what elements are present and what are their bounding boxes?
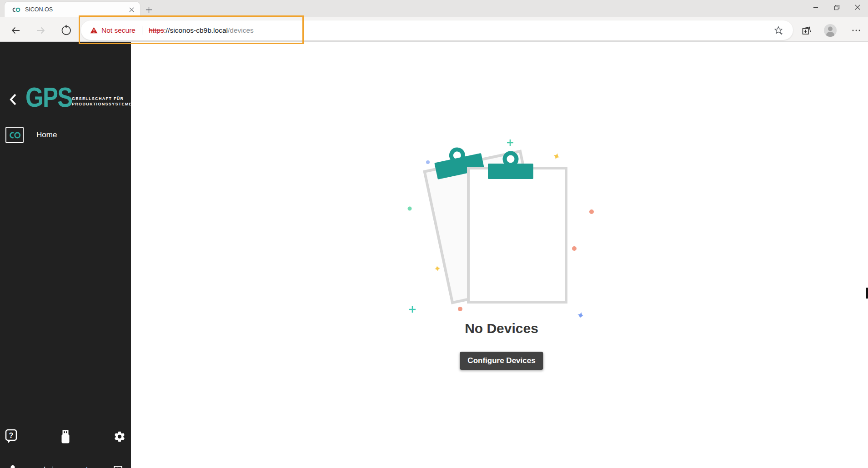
restore-button[interactable] <box>826 0 847 15</box>
sidebar-collapse-chevron-icon[interactable] <box>8 93 20 106</box>
favorites-star-icon[interactable] <box>772 24 785 37</box>
browser-tab[interactable]: SICON.OS <box>5 2 140 17</box>
tab-title: SICON.OS <box>25 6 53 13</box>
mouse-cursor <box>866 288 868 299</box>
url-host: ://siconos-cb9b.local <box>164 26 228 34</box>
chip-divider <box>142 26 142 35</box>
sidebar: GPS GESELLSCHAFT FÜR PRODUKTIONSSYSTEME … <box>0 42 131 468</box>
close-window-button[interactable] <box>847 0 868 15</box>
gps-logo: GPS <box>25 84 72 111</box>
usb-device-icon[interactable] <box>61 430 70 445</box>
confetti-plus <box>507 139 513 146</box>
logout-icon[interactable] <box>112 464 124 468</box>
new-tab-button[interactable] <box>143 4 155 15</box>
collections-icon[interactable] <box>799 24 813 37</box>
empty-clipboards-illustration <box>394 134 609 330</box>
warning-triangle-icon <box>90 27 98 34</box>
sidebar-user-row[interactable]: admin_support <box>0 460 131 468</box>
profile-avatar[interactable] <box>823 24 837 37</box>
url-scheme: https <box>149 26 164 34</box>
back-icon[interactable] <box>9 24 22 37</box>
minimize-button[interactable] <box>805 0 826 15</box>
browser-menu-icon[interactable] <box>849 24 863 37</box>
username-label: admin_support <box>37 465 88 468</box>
url-path: /devices <box>228 26 254 34</box>
browser-tab-strip: SICON.OS <box>0 0 868 17</box>
svg-text:?: ? <box>9 432 14 439</box>
help-icon[interactable]: ? <box>5 428 17 447</box>
sicon-favicon-icon <box>12 7 20 13</box>
tab-close-icon[interactable] <box>127 5 135 14</box>
configure-devices-button[interactable]: Configure Devices <box>460 352 543 370</box>
address-bar[interactable]: Not secure https://siconos-cb9b.local/de… <box>81 20 793 40</box>
sicon-co-icon <box>5 127 24 143</box>
confetti-plus <box>409 306 416 313</box>
gps-logo-subtitle: GESELLSCHAFT FÜR PRODUKTIONSSYSTEME <box>72 96 132 107</box>
gps-subtitle-line2: PRODUKTIONSSYSTEME <box>72 101 132 107</box>
gps-subtitle-line1: GESELLSCHAFT FÜR <box>72 96 132 101</box>
refresh-icon[interactable] <box>60 24 73 37</box>
not-secure-label: Not secure <box>101 26 135 35</box>
security-chip[interactable]: Not secure <box>90 26 135 35</box>
empty-state-title: No Devices <box>465 321 538 336</box>
sidebar-item-home[interactable]: Home <box>0 125 131 145</box>
sidebar-item-label: Home <box>36 130 57 139</box>
url-text: https://siconos-cb9b.local/devices <box>149 26 254 35</box>
user-check-icon <box>8 464 20 468</box>
sidebar-tools-row: ? <box>0 427 131 448</box>
forward-icon[interactable] <box>34 24 48 37</box>
window-controls <box>805 0 868 15</box>
settings-gear-icon[interactable] <box>113 430 126 445</box>
